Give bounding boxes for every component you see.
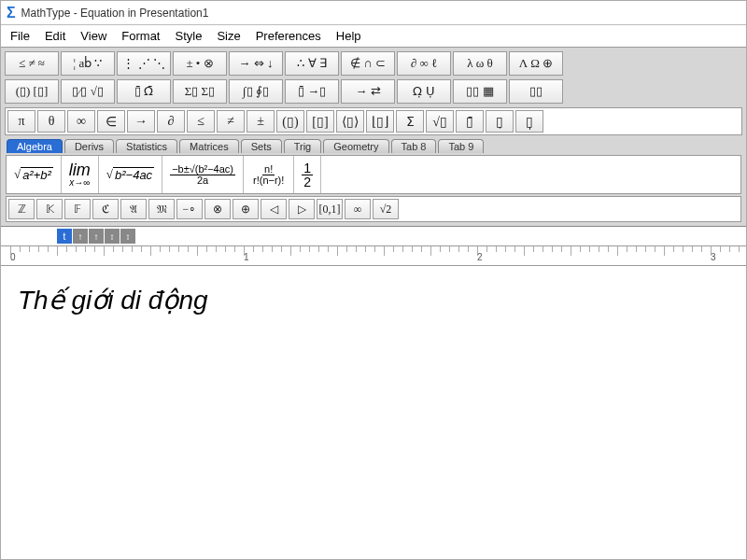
sym1-3[interactable]: ± • ⊗ (173, 51, 227, 76)
sym3-15[interactable]: ▯̄ (456, 110, 484, 133)
sym2-0[interactable]: (▯) [▯] (5, 79, 59, 104)
sym2-1[interactable]: ▯⁄▯ √▯ (61, 79, 115, 104)
template-row: √a²+b² limx→∞ √b²−4ac −b±√(b²−4ac)2a n!r… (6, 155, 741, 194)
sym4-10[interactable]: ▷ (289, 199, 315, 219)
sym1-1[interactable]: ¦ aḃ ∵ (61, 51, 115, 76)
template-half[interactable]: 12 (294, 156, 321, 193)
sym2-5[interactable]: ▯̄ →▯ (285, 79, 339, 104)
tab-trig[interactable]: Trig (284, 139, 322, 153)
sym2-7[interactable]: Ω̣ Ụ (397, 79, 451, 104)
sym3-1[interactable]: θ (37, 110, 65, 133)
symbol-row-3: πθ∞∈→∂≤≠±(▯)[▯]⟨▯⟩⌊▯⌋Σ̄√▯▯̄▯̣▯̩ (5, 107, 742, 135)
tab-matrices[interactable]: Matrices (179, 139, 239, 153)
minibar-1[interactable]: ↑ (73, 229, 88, 244)
tab-tab-9[interactable]: Tab 9 (438, 139, 484, 153)
sym4-6[interactable]: −∘ (176, 199, 203, 219)
sym1-4[interactable]: → ⇔ ↓ (229, 51, 283, 76)
sym3-14[interactable]: √▯ (426, 110, 454, 133)
category-tabs: AlgebraDerivsStatisticsMatricesSetsTrigG… (3, 137, 744, 155)
sym2-3[interactable]: Σ▯ Σ▯ (173, 79, 227, 104)
template-empty (321, 156, 740, 193)
sym1-7[interactable]: ∂ ∞ ℓ (397, 51, 451, 76)
sym2-8[interactable]: ▯▯ ▦ (453, 79, 507, 104)
toolbars: ≤ ≠ ≈¦ aḃ ∵⋮ ⋰ ⋱± • ⊗→ ⇔ ↓∴ ∀ ∃∉ ∩ ⊂∂ ∞ … (1, 48, 746, 227)
app-icon: Σ (7, 5, 16, 21)
sym2-2[interactable]: ▯̄ Ω̄ (117, 79, 171, 104)
minibar-0[interactable]: t (57, 229, 72, 244)
sym1-0[interactable]: ≤ ≠ ≈ (5, 51, 59, 76)
template-discriminant[interactable]: √b²−4ac (99, 156, 162, 193)
sym3-12[interactable]: ⌊▯⌋ (366, 110, 394, 133)
window-title: MathType - Equation in Presentation1 (21, 7, 209, 20)
sym3-8[interactable]: ± (247, 110, 275, 133)
mini-toolbar: t↑↑↕↕ (1, 227, 746, 245)
sym4-3[interactable]: ℭ (92, 199, 119, 219)
sym2-6[interactable]: → ⇄ (341, 79, 395, 104)
ruler: 0123 (1, 245, 746, 266)
sym4-9[interactable]: ◁ (261, 199, 287, 219)
tab-algebra[interactable]: Algebra (7, 139, 63, 153)
menu-file[interactable]: File (10, 29, 30, 43)
sym2-9[interactable]: ▯▯ (509, 79, 563, 104)
sym4-1[interactable]: 𝕂 (36, 199, 63, 219)
symbol-row-4: ℤ𝕂𝔽ℭ𝔄𝔐−∘⊗⊕◁▷[0,1]∞√2 (6, 196, 741, 222)
tab-tab-8[interactable]: Tab 8 (391, 139, 437, 153)
sym4-11[interactable]: [0,1] (317, 199, 343, 219)
sym4-5[interactable]: 𝔐 (148, 199, 175, 219)
sym4-0[interactable]: ℤ (8, 199, 35, 219)
sym3-10[interactable]: [▯] (306, 110, 334, 133)
sym3-4[interactable]: → (127, 110, 155, 133)
menu-preferences[interactable]: Preferences (256, 29, 321, 43)
tab-statistics[interactable]: Statistics (116, 139, 177, 153)
tab-geometry[interactable]: Geometry (323, 139, 388, 153)
sym1-2[interactable]: ⋮ ⋰ ⋱ (117, 51, 171, 76)
template-limit[interactable]: limx→∞ (62, 156, 99, 193)
symbol-row-1: ≤ ≠ ≈¦ aḃ ∵⋮ ⋰ ⋱± • ⊗→ ⇔ ↓∴ ∀ ∃∉ ∩ ⊂∂ ∞ … (3, 49, 744, 77)
symbol-row-2: (▯) [▯]▯⁄▯ √▯▯̄ Ω̄Σ▯ Σ▯∫▯ ∮▯▯̄ →▯→ ⇄Ω̣ Ụ… (3, 77, 744, 105)
sym1-8[interactable]: λ ω θ (453, 51, 507, 76)
sym3-13[interactable]: Σ̄ (396, 110, 424, 133)
sym3-6[interactable]: ≤ (187, 110, 215, 133)
sym4-4[interactable]: 𝔄 (120, 199, 147, 219)
menu-format[interactable]: Format (121, 29, 160, 43)
menu-style[interactable]: Style (175, 29, 202, 43)
menu-view[interactable]: View (80, 29, 106, 43)
editor-text: Thế giới di động (18, 286, 208, 315)
sym3-11[interactable]: ⟨▯⟩ (336, 110, 364, 133)
tab-derivs[interactable]: Derivs (64, 139, 114, 153)
menu-bar: File Edit View Format Style Size Prefere… (1, 25, 746, 48)
sym2-4[interactable]: ∫▯ ∮▯ (229, 79, 283, 104)
minibar-2[interactable]: ↑ (89, 229, 104, 244)
sym3-17[interactable]: ▯̩ (515, 110, 543, 133)
sym3-3[interactable]: ∈ (97, 110, 125, 133)
sym3-16[interactable]: ▯̣ (486, 110, 514, 133)
sym4-13[interactable]: √2 (373, 199, 399, 219)
minibar-3[interactable]: ↕ (105, 229, 120, 244)
template-sqrt-sum[interactable]: √a²+b² (7, 156, 62, 193)
sym4-2[interactable]: 𝔽 (64, 199, 91, 219)
menu-edit[interactable]: Edit (45, 29, 65, 43)
sym3-0[interactable]: π (7, 110, 35, 133)
template-quadratic[interactable]: −b±√(b²−4ac)2a (162, 156, 244, 193)
sym1-9[interactable]: Λ Ω ⊕ (509, 51, 563, 76)
menu-size[interactable]: Size (217, 29, 240, 43)
equation-editor[interactable]: Thế giới di động (1, 266, 746, 334)
sym3-7[interactable]: ≠ (217, 110, 245, 133)
title-bar: Σ MathType - Equation in Presentation1 (1, 1, 746, 25)
menu-help[interactable]: Help (336, 29, 361, 43)
sym3-2[interactable]: ∞ (67, 110, 95, 133)
template-combination[interactable]: n!r!(n−r)! (244, 156, 294, 193)
minibar-4[interactable]: ↕ (120, 229, 135, 244)
sym4-12[interactable]: ∞ (345, 199, 371, 219)
tab-sets[interactable]: Sets (241, 139, 282, 153)
sym3-5[interactable]: ∂ (157, 110, 185, 133)
sym4-7[interactable]: ⊗ (204, 199, 231, 219)
sym3-9[interactable]: (▯) (276, 110, 304, 133)
sym1-6[interactable]: ∉ ∩ ⊂ (341, 51, 395, 76)
sym1-5[interactable]: ∴ ∀ ∃ (285, 51, 339, 76)
sym4-8[interactable]: ⊕ (233, 199, 259, 219)
